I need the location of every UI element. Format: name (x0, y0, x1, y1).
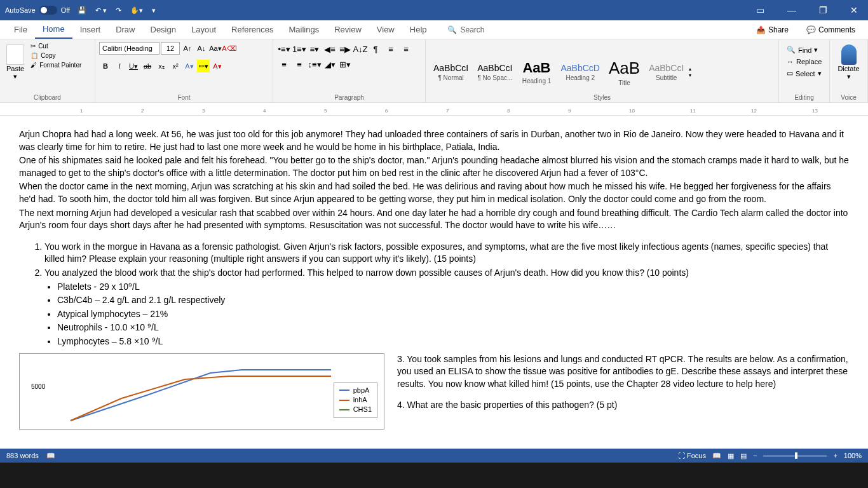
doc-paragraph[interactable]: Arjun Chopra had had a long week. At 56,… (19, 128, 849, 153)
underline-button[interactable]: U▾ (127, 60, 140, 72)
subscript-button[interactable]: x₂ (155, 60, 168, 72)
undo-icon[interactable]: ↶ ▾ (95, 6, 107, 15)
tab-home[interactable]: Home (35, 20, 72, 39)
italic-button[interactable]: I (113, 60, 126, 72)
tab-view[interactable]: View (369, 21, 402, 38)
dictate-button[interactable]: Dictate▾ (834, 42, 864, 83)
close-icon[interactable]: ✕ (845, 3, 863, 18)
text-effects-button[interactable]: A▾ (183, 60, 196, 72)
font-name-input[interactable] (99, 42, 159, 55)
doc-paragraph[interactable]: When the doctor came in the next morning… (19, 180, 849, 205)
paste-button[interactable]: Paste▾ (4, 42, 27, 100)
tab-design[interactable]: Design (143, 21, 184, 38)
align-center-button[interactable]: ≡ (399, 42, 413, 56)
zoom-level[interactable]: 100% (844, 452, 862, 459)
maximize-icon[interactable]: ❐ (814, 3, 832, 18)
doc-paragraph[interactable]: 4. What are the basic properties of this… (397, 399, 849, 412)
multilevel-button[interactable]: ≡▾ (308, 42, 322, 56)
tab-layout[interactable]: Layout (184, 21, 224, 38)
minimize-icon[interactable]: — (782, 3, 801, 18)
replace-icon: ↔ (787, 58, 794, 65)
print-layout-icon[interactable]: ▦ (728, 452, 734, 460)
align-right-button[interactable]: ≡ (277, 57, 291, 71)
shading-button[interactable]: ◢▾ (323, 57, 337, 71)
autosave-toggle[interactable]: AutoSave Off (5, 6, 70, 15)
tab-references[interactable]: References (224, 21, 281, 38)
superscript-button[interactable]: x² (169, 60, 182, 72)
font-color-button[interactable]: A▾ (211, 60, 224, 72)
touch-mode-icon[interactable]: ✋▾ (130, 6, 143, 15)
increase-indent-button[interactable]: ≡▶ (338, 42, 352, 56)
strikethrough-button[interactable]: ab (141, 60, 154, 72)
align-left-button[interactable]: ≡ (384, 42, 398, 56)
chart[interactable]: 5000 pbpAinhACHS1 (19, 353, 384, 430)
select-button[interactable]: ▭Select ▾ (785, 68, 823, 79)
grow-font-button[interactable]: A↑ (181, 42, 194, 55)
tab-help[interactable]: Help (402, 21, 435, 38)
proofing-icon[interactable]: 📖 (46, 452, 55, 460)
tab-mailings[interactable]: Mailings (281, 21, 327, 38)
chart-legend: pbpAinhACHS1 (334, 383, 377, 418)
doc-paragraph[interactable]: One of his shipmates said he looked pale… (19, 154, 849, 179)
share-button[interactable]: 📤Share (750, 23, 795, 37)
toggle-switch[interactable] (39, 6, 57, 15)
style-item[interactable]: AaBbCcI¶ Normal (430, 62, 472, 83)
shrink-font-button[interactable]: A↓ (195, 42, 208, 55)
paste-icon (6, 44, 24, 65)
style-item[interactable]: AaBbCcDHeading 2 (557, 62, 604, 83)
list-item[interactable]: Lymphocytes – 5.8 ×10 ⁹/L (57, 336, 849, 348)
style-item[interactable]: AaBTitle (605, 57, 644, 88)
taskbar[interactable] (0, 463, 868, 488)
ruler[interactable]: 12345678910111213 (0, 103, 868, 116)
word-count[interactable]: 883 words (6, 452, 39, 459)
format-painter-button[interactable]: 🖌Format Painter (29, 61, 83, 69)
tab-file[interactable]: File (6, 21, 35, 38)
bold-button[interactable]: B (99, 60, 112, 72)
copy-button[interactable]: 📋Copy (29, 51, 83, 60)
zoom-out-button[interactable]: − (753, 452, 757, 459)
cut-button[interactable]: ✂Cut (29, 42, 83, 50)
justify-button[interactable]: ≡ (292, 57, 306, 71)
clear-format-button[interactable]: A⌫ (223, 42, 236, 55)
list-item[interactable]: You work in the morgue in Havana as a fo… (44, 241, 849, 266)
change-case-button[interactable]: Aa▾ (209, 42, 222, 55)
zoom-slider[interactable] (763, 455, 827, 457)
save-icon[interactable]: 💾 (78, 6, 86, 15)
comments-button[interactable]: 💬Comments (800, 23, 862, 37)
list-item[interactable]: You analyzed the blood work that the shi… (44, 267, 849, 280)
borders-button[interactable]: ⊞▾ (338, 57, 352, 71)
font-size-input[interactable] (161, 42, 180, 55)
tab-insert[interactable]: Insert (72, 21, 109, 38)
bullets-button[interactable]: •≡▾ (277, 42, 291, 56)
focus-button[interactable]: ⛶ Focus (678, 452, 706, 459)
numbering-button[interactable]: 1≡▾ (292, 42, 306, 56)
list-item[interactable]: Atypical lymphocytes – 21% (57, 308, 849, 321)
list-item[interactable]: C3b/C4b – 2.4 g/L and 2.1 g/L respective… (57, 294, 849, 307)
find-button[interactable]: 🔍Find ▾ (785, 44, 823, 55)
style-item[interactable]: AaBbCcI¶ No Spac... (473, 62, 516, 83)
show-marks-button[interactable]: ¶ (369, 42, 383, 56)
read-mode-icon[interactable]: 📖 (712, 452, 721, 460)
web-layout-icon[interactable]: ▤ (740, 452, 747, 460)
styles-gallery[interactable]: AaBbCcI¶ NormalAaBbCcI¶ No Spac...AaBHea… (430, 42, 775, 100)
doc-paragraph[interactable]: The next morning Arjun had developed a v… (19, 207, 849, 232)
highlight-button[interactable]: ✏▾ (197, 60, 210, 72)
replace-button[interactable]: ↔Replace (785, 57, 823, 67)
list-item[interactable]: Neutrophils - 10.0 ×10 ⁹/L (57, 322, 849, 334)
style-item[interactable]: AaBbCcISubtitle (645, 62, 688, 83)
decrease-indent-button[interactable]: ◀≡ (323, 42, 337, 56)
line-spacing-button[interactable]: ↕≡▾ (308, 57, 322, 71)
search-box[interactable]: 🔍 Search (447, 25, 485, 34)
tab-review[interactable]: Review (327, 21, 369, 38)
sort-button[interactable]: A↓Z (353, 42, 367, 56)
tab-draw[interactable]: Draw (108, 21, 142, 38)
styles-scroll[interactable]: ▴▾ (689, 66, 691, 79)
zoom-in-button[interactable]: + (833, 452, 837, 459)
ribbon-display-icon[interactable]: ▭ (751, 3, 770, 18)
redo-icon[interactable]: ↷ (116, 6, 121, 15)
style-item[interactable]: AaBHeading 1 (518, 58, 556, 86)
document-area[interactable]: Arjun Chopra had had a long week. At 56,… (0, 116, 868, 450)
doc-paragraph[interactable]: 3. You took samples from his lesions and… (397, 353, 849, 391)
customize-qat-icon[interactable]: ▾ (152, 6, 156, 15)
list-item[interactable]: Platelets - 29 x 10⁹/L (57, 281, 849, 294)
